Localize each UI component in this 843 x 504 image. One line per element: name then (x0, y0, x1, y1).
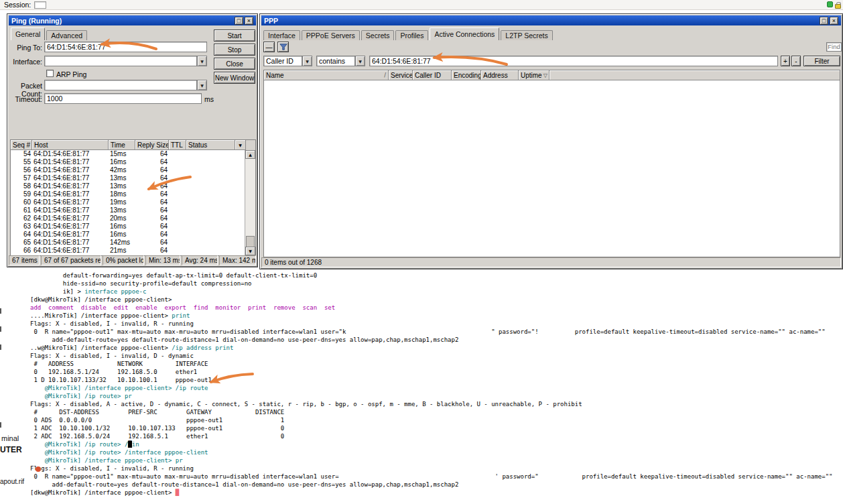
terminal-line: default-forwarding=yes default-ap-tx-lim… (0, 271, 843, 279)
cell-seq: 56 (11, 166, 32, 174)
new-window-button[interactable]: New Window (214, 72, 255, 84)
scroll-down-icon[interactable]: ▼ (245, 247, 255, 255)
column-header-caller-id[interactable]: Caller ID (413, 70, 452, 80)
terminal-text: # DST-ADDRESS PREF-SRC GATEWAY DISTANCE (30, 409, 284, 416)
cell-reply-size: 64 (135, 158, 169, 166)
find-button[interactable]: Find (826, 42, 842, 52)
cell-reply-size: 64 (135, 174, 169, 182)
table-row[interactable]: 5464:D1:54:6E:81:7715ms64 (11, 150, 246, 158)
close-button[interactable]: × (830, 17, 838, 25)
table-row[interactable]: 5964:D1:54:6E:81:7718ms64 (11, 190, 246, 198)
column-header-name[interactable]: Name/ (264, 70, 389, 80)
column-header-reply-size[interactable]: Reply Size (135, 140, 169, 150)
chevron-down-icon[interactable]: ▼ (197, 56, 207, 66)
timeout-label: Timeout: (7, 95, 42, 103)
column-label: Time (111, 141, 125, 149)
arp-ping-checkbox[interactable] (46, 70, 54, 77)
terminal-output[interactable]: default-forwarding=yes default-ap-tx-lim… (0, 271, 843, 497)
terminal-line: add-default-route=yes default-route-dist… (0, 481, 843, 489)
tab-profiles[interactable]: Profiles (395, 30, 428, 40)
cell-reply-size: 64 (135, 214, 169, 223)
status-segment: Min: 13 ms (145, 255, 180, 265)
column-header-ttl[interactable]: TTL (169, 140, 186, 150)
cell-status (186, 174, 246, 182)
ping-table-body: 5464:D1:54:6E:81:7715ms645564:D1:54:6E:8… (11, 150, 246, 255)
terminal-text: @MikroTik] /ip route> pr (30, 393, 132, 399)
tab-l2tp-secrets[interactable]: L2TP Secrets (501, 30, 552, 40)
terminal-line: [dkw@MikroTik] /interface pppoe-client> (0, 296, 843, 304)
scroll-up-icon[interactable]: ▲ (245, 150, 255, 159)
column-header-time[interactable]: Time (109, 140, 135, 150)
tab-secrets[interactable]: Secrets (361, 30, 395, 40)
table-row[interactable]: 5564:D1:54:6E:81:7716ms64 (11, 158, 246, 166)
maximize-button[interactable]: □ (235, 17, 243, 25)
chevron-down-icon[interactable]: ▼ (197, 80, 207, 90)
cell-ttl (169, 247, 186, 255)
table-row[interactable]: 6464:D1:54:6E:81:7716ms64 (11, 231, 246, 239)
cell-status (186, 190, 246, 198)
tab-advanced[interactable]: Advanced (46, 30, 87, 40)
terminal-line: @MikroTik] /ip route> /interface pppoe-c… (0, 448, 843, 456)
table-row[interactable]: 6064:D1:54:6E:81:7719ms64 (11, 198, 246, 206)
app-status-icon[interactable] (827, 1, 833, 7)
terminal-line: 1 D 10.10.107.133/32 10.10.100.1 pppoe-o… (0, 376, 843, 384)
cell-ttl (169, 174, 186, 182)
tab-general[interactable]: General (11, 27, 45, 40)
filter-remove-button[interactable]: - (791, 56, 801, 66)
filter-field-select[interactable]: Caller ID (263, 56, 302, 66)
tab-active-connections[interactable]: Active Connections (430, 27, 499, 40)
remove-button[interactable]: — (263, 42, 275, 52)
cell-seq: 64 (11, 231, 32, 239)
table-row[interactable]: 6564:D1:54:6E:81:77142ms64 (11, 239, 246, 247)
chevron-down-icon[interactable]: ▼ (355, 56, 365, 66)
terminal-text: add comment disable edit enable export f… (30, 304, 335, 311)
table-row[interactable]: 5864:D1:54:6E:81:7713ms64 (11, 182, 246, 190)
ping-results-table: Seq #/HostTimeReply SizeTTLStatus▼ 5464:… (10, 139, 256, 256)
column-header-host[interactable]: Host (32, 140, 109, 150)
table-row[interactable]: 5664:D1:54:6E:81:7742ms64 (11, 166, 246, 174)
table-row[interactable]: 6164:D1:54:6E:81:7713ms64 (11, 206, 246, 214)
table-row[interactable]: 6264:D1:54:6E:81:7720ms64 (11, 214, 246, 223)
ping-to-input[interactable]: 64:D1:54:6E:81:77 (44, 42, 207, 52)
terminal-line: hide-ssid=no security-profile=default co… (0, 279, 843, 288)
table-row[interactable]: 6364:D1:54:6E:81:7716ms64 (11, 223, 246, 231)
column-header-encoding[interactable]: Encoding (452, 70, 481, 80)
close-button[interactable]: × (245, 17, 253, 25)
cell-host: 64:D1:54:6E:81:77 (32, 174, 109, 182)
tab-interface[interactable]: Interface (263, 30, 300, 40)
close-button[interactable]: Close (214, 58, 255, 70)
ppp-titlebar[interactable]: PPP □ × (261, 15, 841, 25)
column-header-status[interactable]: Status (186, 140, 235, 150)
filter-apply-button[interactable]: Filter (803, 56, 840, 66)
interface-input[interactable] (44, 56, 197, 66)
table-row[interactable]: 5764:D1:54:6E:81:7713ms64 (11, 174, 246, 182)
terminal-text: ....MikroTik] /interface pppoe-client> (30, 312, 172, 319)
chevron-down-icon[interactable]: ▼ (302, 56, 312, 66)
filter-value-input[interactable]: 64:D1:54:6E:81:77 (369, 56, 778, 66)
packet-count-input[interactable] (44, 80, 197, 90)
cell-reply-size: 64 (135, 190, 169, 198)
ping-table-scrollbar[interactable]: ▲ ▼ (245, 150, 255, 255)
filter-operator-select[interactable]: contains (316, 56, 355, 66)
connections-table-body[interactable] (264, 80, 840, 257)
terminal-line: ik] > interface pppoe-c (0, 288, 843, 296)
column-header-uptime[interactable]: Uptime▽ (519, 70, 549, 80)
column-select-button[interactable]: ▼ (235, 140, 246, 150)
filter-add-button[interactable]: + (781, 56, 790, 66)
stop-button[interactable]: Stop (214, 44, 255, 56)
table-row[interactable]: 6664:D1:54:6E:81:7721ms64 (11, 247, 246, 255)
cell-reply-size: 64 (135, 166, 169, 174)
ping-titlebar[interactable]: Ping (Running) □ × (9, 15, 256, 25)
start-button[interactable]: Start (214, 29, 255, 42)
maximize-button[interactable]: □ (820, 17, 828, 25)
column-header-address[interactable]: Address (481, 70, 519, 80)
column-header-filler (549, 70, 840, 80)
column-header-service[interactable]: Service (389, 70, 413, 80)
tab-pppoe-servers[interactable]: PPPoE Servers (302, 30, 360, 40)
cell-host: 64:D1:54:6E:81:77 (32, 190, 109, 198)
timeout-input[interactable]: 1000 (44, 93, 202, 104)
ping-tab-bar: GeneralAdvanced (11, 27, 88, 40)
filter-toggle-button[interactable] (277, 42, 289, 52)
session-input[interactable] (34, 1, 46, 9)
column-header-seq[interactable]: Seq #/ (11, 140, 32, 150)
